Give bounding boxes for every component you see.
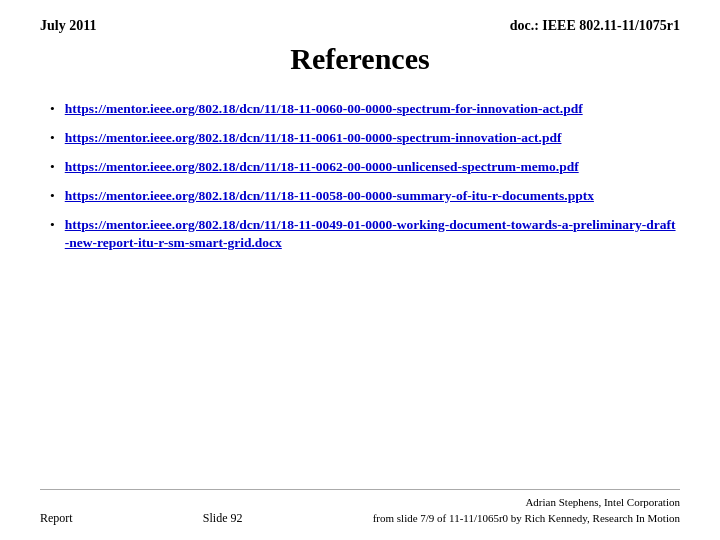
page: July 2011 doc.: IEEE 802.11-11/1075r1 Re… [0,0,720,540]
header-date: July 2011 [40,18,96,34]
reference-link-2[interactable]: https://mentor.ieee.org/802.18/dcn/11/18… [65,129,562,148]
header-doc-id: doc.: IEEE 802.11-11/1075r1 [510,18,680,34]
bullet-1: • [50,101,55,117]
reference-link-3[interactable]: https://mentor.ieee.org/802.18/dcn/11/18… [65,158,579,177]
footer-attribution: Adrian Stephens, Intel Corporation from … [373,495,680,526]
bullet-2: • [50,130,55,146]
footer-label: Report [40,511,73,526]
list-item: • https://mentor.ieee.org/802.18/dcn/11/… [50,100,680,119]
page-title: References [40,42,680,76]
list-item: • https://mentor.ieee.org/802.18/dcn/11/… [50,129,680,148]
reference-link-5[interactable]: https://mentor.ieee.org/802.18/dcn/11/18… [65,216,680,254]
footer: Report Slide 92 Adrian Stephens, Intel C… [40,489,680,526]
footer-author: Adrian Stephens, Intel Corporation [525,496,680,508]
bullet-4: • [50,188,55,204]
bullet-3: • [50,159,55,175]
reference-link-4[interactable]: https://mentor.ieee.org/802.18/dcn/11/18… [65,187,594,206]
list-item: • https://mentor.ieee.org/802.18/dcn/11/… [50,216,680,254]
footer-source: from slide 7/9 of 11-11/1065r0 by Rich K… [373,512,680,524]
bullet-5: • [50,217,55,233]
footer-slide: Slide 92 [203,511,243,526]
list-item: • https://mentor.ieee.org/802.18/dcn/11/… [50,187,680,206]
reference-link-1[interactable]: https://mentor.ieee.org/802.18/dcn/11/18… [65,100,583,119]
list-item: • https://mentor.ieee.org/802.18/dcn/11/… [50,158,680,177]
references-list: • https://mentor.ieee.org/802.18/dcn/11/… [50,100,680,253]
header: July 2011 doc.: IEEE 802.11-11/1075r1 [40,18,680,34]
